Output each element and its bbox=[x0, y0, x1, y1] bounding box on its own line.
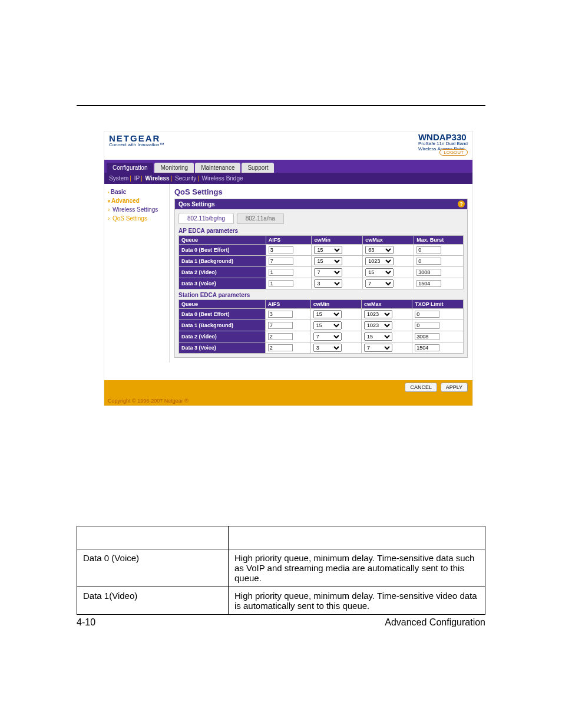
cancel-button[interactable]: CANCEL bbox=[405, 383, 437, 392]
sidenav-basic[interactable]: ›Basic bbox=[108, 187, 169, 196]
subnav-system[interactable]: System bbox=[109, 175, 128, 182]
st-q3-aifs[interactable] bbox=[268, 344, 293, 351]
ap-q2: Data 2 (Video) bbox=[179, 267, 266, 278]
panel-header-label: Qos Settings bbox=[178, 201, 215, 207]
tab-configuration[interactable]: Configuration bbox=[107, 163, 153, 173]
help-icon[interactable]: ? bbox=[458, 200, 465, 207]
description-table: Data 0 (Voice) High priority queue, mini… bbox=[77, 526, 485, 615]
table-row: Data 0 (Best Effort) 15 1023 bbox=[179, 309, 464, 320]
st-q0-last[interactable] bbox=[415, 311, 439, 318]
ap-q0-cwmax[interactable]: 63 bbox=[365, 246, 394, 254]
action-bar: CANCEL APPLY bbox=[104, 380, 472, 397]
st-q0-cwmin[interactable]: 15 bbox=[313, 310, 342, 318]
ap-q1-cwmax[interactable]: 1023 bbox=[365, 257, 394, 265]
model-name: WNDAP330 bbox=[418, 133, 468, 141]
st-q2-last[interactable] bbox=[415, 333, 439, 340]
st-h-cwmax: cwMax bbox=[362, 300, 412, 309]
st-q1-aifs[interactable] bbox=[268, 322, 293, 329]
radio-tab-an[interactable]: 802.11a/na bbox=[237, 213, 284, 224]
ap-q2-cwmin[interactable]: 7 bbox=[314, 268, 342, 276]
ap-q0-cwmin[interactable]: 15 bbox=[314, 246, 342, 254]
brand-tagline: Connect with Innovation™ bbox=[109, 143, 468, 147]
st-h-queue: Queue bbox=[179, 300, 266, 309]
ap-q1-last[interactable] bbox=[416, 258, 441, 265]
brand-logo: NETGEAR bbox=[109, 134, 468, 143]
ap-q1-cwmin[interactable]: 15 bbox=[314, 257, 342, 265]
ap-q2-cwmax[interactable]: 15 bbox=[365, 268, 394, 276]
table-row: Data 0 (Voice) High priority queue, mini… bbox=[77, 549, 485, 587]
radio-tab-bgn[interactable]: 802.11b/bg/ng bbox=[178, 213, 234, 224]
st-q3-last[interactable] bbox=[415, 344, 439, 351]
ap-q0-aifs[interactable] bbox=[269, 246, 293, 253]
ap-h-queue: Queue bbox=[179, 236, 266, 245]
st-q3-cwmax[interactable]: 7 bbox=[364, 344, 392, 352]
table-row: Data 2 (Video) 7 15 bbox=[179, 331, 464, 342]
side-nav: ›Basic ▾Advanced Wireless Settings QoS S… bbox=[104, 184, 170, 363]
ap-q3-last[interactable] bbox=[416, 280, 441, 287]
desc-r1-c1: Data 1(Video) bbox=[77, 587, 229, 615]
ap-q1: Data 1 (Background) bbox=[179, 256, 266, 267]
ap-q3: Data 3 (Voice) bbox=[179, 278, 266, 289]
ap-edca-table: Queue AIFS cwMin cwMax Max. Burst Data 0… bbox=[178, 235, 464, 289]
tab-support[interactable]: Support bbox=[242, 163, 274, 173]
ap-q3-cwmin[interactable]: 3 bbox=[314, 279, 342, 288]
table-row: Data 3 (Voice) 3 7 bbox=[179, 278, 464, 289]
ap-q3-cwmax[interactable]: 7 bbox=[365, 279, 394, 288]
st-q0: Data 0 (Best Effort) bbox=[179, 309, 266, 320]
tab-monitoring[interactable]: Monitoring bbox=[154, 163, 194, 173]
ap-q3-aifs[interactable] bbox=[269, 280, 293, 287]
subnav-ip[interactable]: IP bbox=[134, 175, 140, 182]
sub-nav: System| IP| Wireless| Security| Wireless… bbox=[104, 173, 472, 184]
apply-button[interactable]: APPLY bbox=[441, 383, 468, 392]
desc-header-2 bbox=[229, 526, 485, 549]
st-q3: Data 3 (Voice) bbox=[179, 342, 266, 354]
table-row: Data 2 (Video) 7 15 bbox=[179, 267, 464, 278]
desc-r0-c1: Data 0 (Voice) bbox=[77, 549, 229, 587]
tab-maintenance[interactable]: Maintenance bbox=[195, 163, 240, 173]
radio-band-tabs: 802.11b/bg/ng 802.11a/na bbox=[178, 213, 464, 224]
st-q2-cwmax[interactable]: 15 bbox=[364, 332, 392, 341]
st-q1-cwmin[interactable]: 15 bbox=[313, 321, 342, 330]
subnav-wireless-bridge[interactable]: Wireless Bridge bbox=[202, 175, 243, 182]
desc-header-1 bbox=[77, 526, 229, 549]
description-table-wrap: Data 0 (Voice) High priority queue, mini… bbox=[77, 526, 485, 615]
table-row: Data 1 (Background) 15 1023 bbox=[179, 256, 464, 267]
ap-q2-last[interactable] bbox=[416, 269, 441, 276]
panel-header: Qos Settings ? bbox=[175, 199, 467, 209]
logout-button[interactable]: LOGOUT bbox=[439, 149, 468, 156]
st-q0-aifs[interactable] bbox=[268, 311, 293, 318]
ui-header: NETGEAR Connect with Innovation™ WNDAP33… bbox=[104, 131, 472, 160]
ap-h-cwmax: cwMax bbox=[363, 236, 414, 245]
st-q2-aifs[interactable] bbox=[268, 333, 293, 340]
ap-q0-last[interactable] bbox=[416, 246, 441, 253]
st-q1: Data 1 (Background) bbox=[179, 320, 266, 331]
page-footer: 4-10 Advanced Configuration bbox=[77, 614, 485, 628]
router-ui-screenshot: NETGEAR Connect with Innovation™ WNDAP33… bbox=[104, 131, 473, 406]
sidenav-advanced[interactable]: ▾Advanced bbox=[108, 196, 169, 205]
st-q2-cwmin[interactable]: 7 bbox=[313, 332, 342, 341]
page-number: 4-10 bbox=[77, 617, 95, 628]
desc-r0-c2: High priority queue, minimum delay. Time… bbox=[229, 549, 485, 587]
st-q3-cwmin[interactable]: 3 bbox=[313, 344, 342, 352]
st-h-txop: TXOP Limit bbox=[412, 300, 464, 309]
subnav-security[interactable]: Security bbox=[175, 175, 196, 182]
ap-q0: Data 0 (Best Effort) bbox=[179, 245, 266, 256]
st-q1-cwmax[interactable]: 1023 bbox=[364, 321, 392, 330]
st-h-aifs: AIFS bbox=[265, 300, 310, 309]
ap-edca-label: AP EDCA parameters bbox=[178, 228, 464, 234]
ap-q2-aifs[interactable] bbox=[269, 269, 293, 276]
qos-panel: Qos Settings ? 802.11b/bg/ng 802.11a/na … bbox=[174, 199, 468, 358]
main-tabbar: Configuration Monitoring Maintenance Sup… bbox=[104, 160, 472, 173]
section-title: Advanced Configuration bbox=[385, 617, 485, 628]
copyright-text: Copyright © 1996-2007 Netgear ® bbox=[104, 397, 472, 406]
sidenav-qos-settings[interactable]: QoS Settings bbox=[108, 214, 169, 223]
ap-q1-aifs[interactable] bbox=[269, 258, 293, 265]
st-q2: Data 2 (Video) bbox=[179, 331, 266, 342]
st-q1-last[interactable] bbox=[415, 322, 439, 329]
sidenav-wireless-settings[interactable]: Wireless Settings bbox=[108, 205, 169, 214]
ap-h-cwmin: cwMin bbox=[312, 236, 363, 245]
table-row: Data 3 (Voice) 3 7 bbox=[179, 342, 464, 354]
st-q0-cwmax[interactable]: 1023 bbox=[364, 310, 392, 318]
subnav-wireless[interactable]: Wireless bbox=[146, 175, 170, 182]
page-top-rule bbox=[77, 105, 485, 106]
